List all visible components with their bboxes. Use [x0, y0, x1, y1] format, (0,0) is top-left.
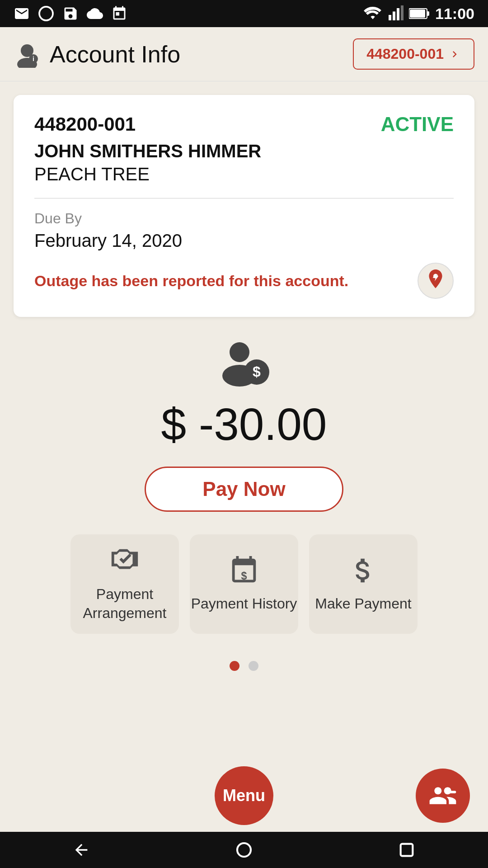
- balance-amount: $ -30.00: [161, 398, 327, 450]
- balance-section: $ $ -30.00 Pay Now: [145, 340, 343, 512]
- signal-icon: [387, 5, 404, 22]
- svg-text:$: $: [241, 571, 247, 582]
- pay-now-label: Pay Now: [202, 478, 285, 500]
- outage-icon-button[interactable]: [418, 263, 454, 299]
- battery-icon: [409, 8, 430, 19]
- svg-point-0: [39, 7, 53, 20]
- payment-history-button[interactable]: $ Payment History: [190, 534, 298, 634]
- header-left: i Account Info: [14, 41, 180, 68]
- payment-arrangement-label: Payment Arrangement: [70, 585, 179, 623]
- save-icon: [62, 5, 79, 22]
- wifi-icon: [364, 7, 382, 20]
- pagination-dots: [230, 661, 258, 671]
- dot-1: [230, 661, 239, 671]
- android-nav-bar: [0, 832, 488, 868]
- svg-point-12: [230, 342, 249, 362]
- svg-rect-4: [401, 5, 404, 20]
- dot-2: [249, 661, 258, 671]
- account-status: ACTIVE: [381, 113, 454, 136]
- pay-now-button[interactable]: Pay Now: [145, 467, 343, 512]
- account-card: 448200-001 ACTIVE JOHN SMITHERS HIMMER P…: [14, 95, 474, 317]
- account-badge-number: 448200-001: [366, 46, 444, 62]
- svg-rect-17: [448, 791, 456, 793]
- status-right: 11:00: [364, 5, 474, 23]
- outage-message: Outage has been reported for this accoun…: [34, 272, 348, 290]
- svg-rect-6: [410, 9, 425, 18]
- bottom-bar: Menu: [0, 760, 488, 832]
- status-icons-left: [14, 5, 127, 22]
- svg-rect-1: [389, 15, 391, 20]
- due-label: Due By: [34, 210, 454, 227]
- payment-arrangement-button[interactable]: Payment Arrangement: [70, 534, 179, 634]
- outage-row: Outage has been reported for this accoun…: [34, 263, 454, 299]
- svg-rect-7: [427, 11, 429, 16]
- dollar-sign-icon: [347, 555, 379, 586]
- due-date: February 14, 2020: [34, 231, 454, 251]
- svg-text:$: $: [253, 363, 261, 380]
- menu-button[interactable]: Menu: [215, 766, 273, 825]
- svg-rect-3: [397, 8, 399, 20]
- customer-location: PEACH TREE: [34, 164, 454, 198]
- make-payment-button[interactable]: Make Payment: [309, 534, 418, 634]
- back-button[interactable]: [72, 841, 90, 859]
- menu-label: Menu: [223, 786, 265, 805]
- card-account-number: 448200-001: [34, 113, 136, 135]
- home-button[interactable]: [235, 841, 253, 859]
- recents-button[interactable]: [398, 841, 416, 859]
- time-display: 11:00: [435, 5, 474, 23]
- chevron-right-icon: [448, 48, 461, 61]
- page-title: Account Info: [50, 41, 180, 68]
- user-avatar-icon: i: [14, 41, 41, 68]
- account-badge-button[interactable]: 448200-001: [353, 38, 474, 70]
- contact-icon: [428, 781, 457, 810]
- svg-text:i: i: [33, 55, 34, 62]
- make-payment-label: Make Payment: [315, 594, 411, 613]
- balance-icon: $: [217, 340, 271, 389]
- app-header: i Account Info 448200-001: [0, 27, 488, 81]
- handshake-icon: [109, 545, 141, 577]
- cloud-icon: [87, 5, 103, 22]
- calendar-icon-status: [111, 5, 127, 22]
- customer-name: JOHN SMITHERS HIMMER: [34, 141, 454, 161]
- location-power-icon: [424, 267, 447, 294]
- status-bar: 11:00: [0, 0, 488, 27]
- calendar-dollar-icon: $: [228, 555, 260, 586]
- gmail-icon: [14, 5, 30, 22]
- payment-history-label: Payment History: [191, 594, 297, 613]
- svg-rect-19: [401, 844, 413, 856]
- card-header-row: 448200-001 ACTIVE: [34, 113, 454, 136]
- main-content: 448200-001 ACTIVE JOHN SMITHERS HIMMER P…: [0, 81, 488, 760]
- action-buttons: Payment Arrangement $ Payment History Ma…: [70, 534, 418, 634]
- circle-icon: [38, 5, 54, 22]
- contact-fab-button[interactable]: [416, 769, 470, 823]
- svg-point-18: [237, 843, 251, 857]
- svg-rect-2: [393, 12, 395, 21]
